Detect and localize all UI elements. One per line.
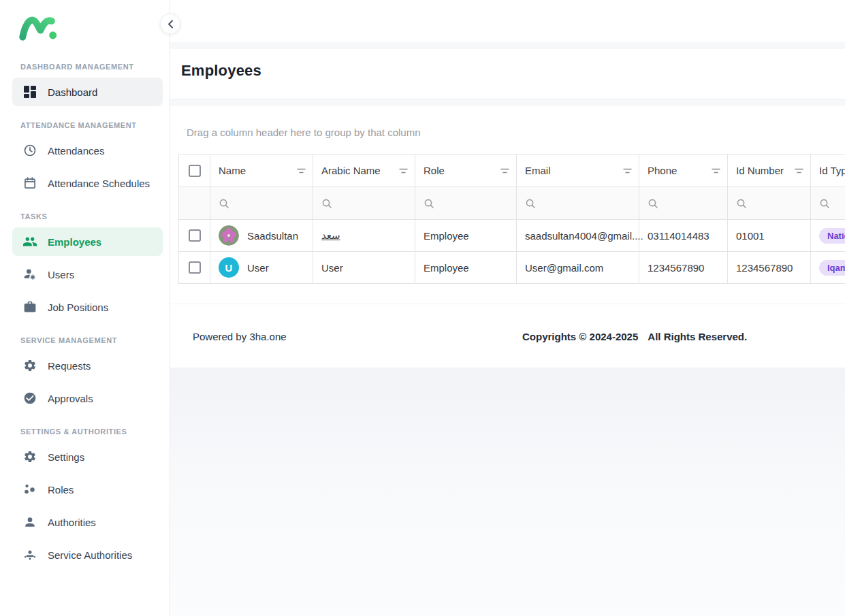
employee-arabic-name: User <box>313 262 415 274</box>
section-label: TASKS <box>20 212 170 221</box>
grid-header-row: Name Arabic Name Role Email <box>179 155 845 187</box>
avatar <box>219 225 239 246</box>
employee-id-number: 1234567890 <box>728 262 810 274</box>
sidebar-item-roles[interactable]: Roles <box>12 475 163 504</box>
sidebar-item-label: Authorities <box>48 517 96 528</box>
app-logo[interactable] <box>0 0 170 53</box>
search-icon <box>648 198 658 209</box>
sidebar-item-settings[interactable]: Settings <box>12 442 163 471</box>
employee-name: Saadsultan <box>247 230 298 242</box>
employee-arabic-name: سعد <box>321 229 340 242</box>
sidebar-item-label: Roles <box>48 484 74 496</box>
column-header-id-type[interactable]: Id Type <box>811 155 845 187</box>
filter-input-arabic-name[interactable] <box>313 187 415 220</box>
filter-input-email[interactable] <box>517 187 639 220</box>
employee-email: User@gmail.com <box>517 262 639 274</box>
header-filter-icon[interactable] <box>500 168 509 174</box>
row-checkbox[interactable] <box>189 229 201 242</box>
section-label: SETTINGS & AUTHORITIES <box>20 427 170 436</box>
header-filter-icon[interactable] <box>795 168 803 174</box>
person-icon <box>22 515 37 530</box>
employees-grid-card: Drag a column header here to group by th… <box>170 106 845 368</box>
sidebar-section-attendance: ATTENDANCE MANAGEMENT Attendances Attend… <box>0 121 170 197</box>
sidebar-item-label: Employees <box>48 236 101 248</box>
header-filter-icon[interactable] <box>399 168 408 174</box>
sidebar-item-label: Users <box>48 269 74 280</box>
m-mountain-logo-icon <box>18 11 57 44</box>
id-type-badge: Iqama <box>819 260 845 276</box>
gear-icon <box>22 358 37 373</box>
sidebar-item-users[interactable]: Users <box>12 260 163 289</box>
sidebar-item-employees[interactable]: Employees <box>12 227 163 256</box>
row-checkbox[interactable] <box>189 261 201 274</box>
sidebar-item-label: Settings <box>48 451 84 463</box>
main-content: Employees Drag a column header here to g… <box>170 0 845 616</box>
column-header-role[interactable]: Role <box>415 155 517 187</box>
chevron-left-icon <box>168 20 174 29</box>
section-label: SERVICE MANAGEMENT <box>20 336 170 344</box>
filter-input-id-number[interactable] <box>728 187 811 220</box>
column-header-id-number[interactable]: Id Number <box>728 155 811 187</box>
table-row[interactable]: U User User Employee User@gmail.com 1234… <box>179 252 845 284</box>
sidebar-collapse-button[interactable] <box>160 14 180 34</box>
avatar: U <box>219 257 239 278</box>
email-cell: saadsultan4004@gmail.... <box>517 220 639 252</box>
search-icon <box>736 198 747 209</box>
copyright-text: Copyrights © 2024-2025All Rights Reserve… <box>522 331 747 342</box>
sidebar-item-attendances[interactable]: Attendances <box>12 136 163 165</box>
page-background <box>170 368 845 616</box>
sidebar-item-label: Dashboard <box>48 86 97 98</box>
sidebar-item-approvals[interactable]: Approvals <box>12 384 163 412</box>
column-header-phone[interactable]: Phone <box>639 155 728 187</box>
briefcase-icon <box>22 299 37 314</box>
arabic-name-cell: سعد <box>313 220 415 252</box>
sidebar-item-requests[interactable]: Requests <box>12 351 163 380</box>
copyright-rights: All Rights Reserved. <box>648 331 747 342</box>
column-header-arabic-name[interactable]: Arabic Name <box>313 155 415 187</box>
calendar-icon <box>22 176 37 191</box>
search-icon <box>321 198 332 209</box>
column-header-name[interactable]: Name <box>210 155 313 187</box>
table-row[interactable]: Saadsultan سعد Employee saadsultan4004@g… <box>179 220 845 252</box>
dashboard-icon <box>22 84 37 99</box>
sidebar-item-dashboard[interactable]: Dashboard <box>12 78 163 106</box>
sidebar-section-dashboard: DASHBOARD MANAGEMENT Dashboard <box>0 63 170 106</box>
phone-cell: 1234567890 <box>639 252 728 284</box>
sidebar-item-service-authorities[interactable]: Service Authorities <box>12 540 163 569</box>
column-header-email[interactable]: Email <box>517 155 639 187</box>
footer-divider <box>170 304 845 304</box>
header-filter-icon[interactable] <box>623 168 632 174</box>
header-filter-icon[interactable] <box>297 168 306 174</box>
phone-cell: 03114014483 <box>639 220 728 252</box>
employee-role: Employee <box>415 230 516 242</box>
sidebar-item-authorities[interactable]: Authorities <box>12 508 163 536</box>
sidebar-item-label: Requests <box>48 360 91 372</box>
powered-by-text: Powered by 3ha.one <box>193 331 287 342</box>
top-navbar <box>170 0 845 42</box>
employee-name: User <box>247 262 269 274</box>
sidebar-item-label: Job Positions <box>48 302 108 313</box>
sidebar-section-settings: SETTINGS & AUTHORITIES Settings Roles <box>0 427 170 569</box>
group-by-hint[interactable]: Drag a column header here to group by th… <box>187 127 421 138</box>
name-cell: U User <box>210 252 313 284</box>
sidebar-item-attendance-schedules[interactable]: Attendance Schedules <box>12 169 163 197</box>
select-all-checkbox[interactable] <box>189 165 201 177</box>
page-title: Employees <box>170 49 845 79</box>
email-cell: User@gmail.com <box>517 252 639 284</box>
filter-input-phone[interactable] <box>639 187 728 220</box>
sidebar-section-service: SERVICE MANAGEMENT Requests Approvals <box>0 336 170 412</box>
id-type-cell: National Id <box>811 220 845 252</box>
people-icon <box>22 234 37 249</box>
search-icon <box>424 198 434 209</box>
sidebar-item-label: Attendance Schedules <box>48 178 150 189</box>
filter-input-name[interactable] <box>210 187 313 220</box>
header-filter-icon[interactable] <box>712 168 720 174</box>
filter-input-role[interactable] <box>415 187 517 220</box>
select-all-cell <box>179 155 210 187</box>
id-type-cell: Iqama <box>811 252 845 284</box>
page-footer: Powered by 3ha.one Copyrights © 2024-202… <box>170 331 845 347</box>
employee-role: Employee <box>415 262 516 274</box>
user-gear-icon <box>22 267 37 282</box>
sidebar-item-job-positions[interactable]: Job Positions <box>12 293 163 321</box>
filter-input-id-type[interactable] <box>811 187 845 220</box>
